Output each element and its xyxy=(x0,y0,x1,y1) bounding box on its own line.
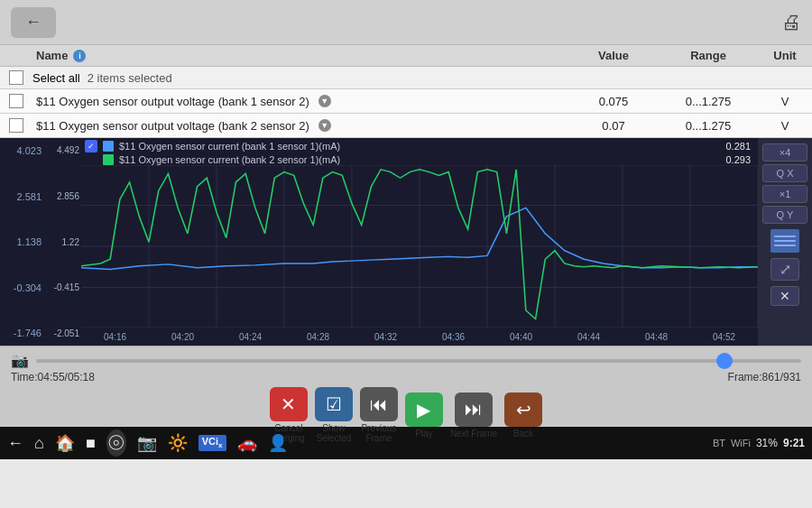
chart-controls: ×4 Q X ×1 Q Y ⤢ ✕ xyxy=(758,138,812,346)
slider-row: 📷 xyxy=(0,346,812,371)
row1-unit: V xyxy=(758,95,812,108)
col-unit: Unit xyxy=(758,49,812,62)
next-label: Next Frame xyxy=(450,429,497,439)
back-ctrl-label: Back xyxy=(513,429,533,439)
select-all-row: Select all 2 items selected xyxy=(0,67,812,89)
slider-thumb xyxy=(716,353,733,369)
chart-legend: ✓ $11 Oxygen sensor current (bank 1 sens… xyxy=(85,140,758,165)
row2-range: 0...1.275 xyxy=(659,119,758,133)
row2-info-icon[interactable]: ▼ xyxy=(318,119,331,132)
zoom-y-button[interactable]: Q Y xyxy=(762,206,807,224)
selected-count: 2 items selected xyxy=(88,71,172,85)
home-icon[interactable]: ⌂ xyxy=(34,434,44,453)
play-icon: ▶ xyxy=(405,393,443,427)
row1-checkbox[interactable] xyxy=(0,94,32,108)
next-frame-button[interactable]: ⏭ Next Frame xyxy=(450,393,497,439)
chart-lines-button[interactable] xyxy=(770,229,799,253)
table-row: $11 Oxygen sensor output voltage (bank 1… xyxy=(0,89,812,114)
select-all-checkbox[interactable] xyxy=(0,70,32,85)
prev-icon: ⏮ xyxy=(360,387,398,421)
camera-status-icon[interactable]: 📷 xyxy=(137,433,157,453)
home2-icon[interactable]: 🏠 xyxy=(55,433,75,453)
status-right: BT WiFi 31% 9:21 xyxy=(713,437,805,449)
brightness-icon[interactable]: 🔆 xyxy=(168,433,188,453)
col-value: Value xyxy=(568,49,659,62)
legend-row-2: $11 Oxygen sensor current (bank 2 sensor… xyxy=(85,154,758,165)
progress-slider[interactable] xyxy=(36,359,801,363)
status-nav-icons: ← ⌂ 🏠 ■ ⦾ 📷 🔆 VCix 🚗 👤 xyxy=(7,429,288,457)
next-icon: ⏭ xyxy=(455,393,493,427)
chart-section: 4.023 2.581 1.138 -0.304 -1.746 4.492 2.… xyxy=(0,138,812,346)
battery-level: 31% xyxy=(756,437,778,449)
select-all-label: Select all xyxy=(32,71,80,85)
show-selected-button[interactable]: ☑ ShowSelected xyxy=(315,387,353,443)
chart-close-button[interactable]: ✕ xyxy=(770,286,799,306)
col-name: Name i xyxy=(32,49,568,62)
play-button[interactable]: ▶ Play xyxy=(405,393,443,439)
back-ctrl-button[interactable]: ↩ Back xyxy=(504,393,542,439)
row2-checkbox[interactable] xyxy=(0,118,32,133)
legend-check-1[interactable]: ✓ xyxy=(85,140,97,152)
name-info-icon[interactable]: i xyxy=(73,50,86,62)
vci-badge: VCix xyxy=(198,435,226,450)
prev-label: PreviousFrame xyxy=(361,423,396,443)
chart-expand-button[interactable]: ⤢ xyxy=(770,258,799,281)
chart-svg xyxy=(81,165,758,328)
row2-unit: V xyxy=(758,119,812,133)
show-label: ShowSelected xyxy=(316,423,351,443)
row1-range: 0...1.275 xyxy=(659,95,758,108)
wifi-icon: WiFi xyxy=(731,438,751,448)
chart-y-axis: 4.023 2.581 1.138 -0.304 -1.746 xyxy=(0,138,45,346)
back-button[interactable]: ← xyxy=(11,7,56,38)
zoom-x-button[interactable]: Q X xyxy=(762,164,807,182)
row2-value: 0.07 xyxy=(568,119,659,133)
table-header: Name i Value Range Unit xyxy=(0,45,812,67)
zoom-x4-button[interactable]: ×4 xyxy=(762,143,807,162)
legend-row-1: ✓ $11 Oxygen sensor current (bank 1 sens… xyxy=(85,140,758,152)
legend-value-2: 0.293 xyxy=(725,154,751,165)
cancel-icon: ✕ xyxy=(270,387,308,421)
col-range: Range xyxy=(659,49,758,62)
clock: 9:21 xyxy=(783,437,805,449)
car-icon[interactable]: 🚗 xyxy=(237,433,257,453)
show-icon: ☑ xyxy=(315,387,353,421)
back-arrow-icon: ← xyxy=(25,13,42,32)
play-label: Play xyxy=(415,429,432,439)
row2-name: $11 Oxygen sensor output voltage (bank 2… xyxy=(32,119,568,133)
print-button[interactable]: 🖨 xyxy=(781,11,801,34)
table-row: $11 Oxygen sensor output voltage (bank 2… xyxy=(0,114,812,138)
legend-color-1 xyxy=(103,141,114,152)
zoom-x1-button[interactable]: ×1 xyxy=(762,185,807,203)
nav-back-icon[interactable]: ← xyxy=(7,434,23,453)
table-section: Name i Value Range Unit Select all 2 ite… xyxy=(0,45,812,138)
row1-name: $11 Oxygen sensor output voltage (bank 1… xyxy=(32,95,568,108)
chart-canvas: ✓ $11 Oxygen sensor current (bank 1 sens… xyxy=(81,138,758,346)
row1-value: 0.075 xyxy=(568,95,659,108)
square-icon[interactable]: ■ xyxy=(86,434,96,453)
camera-icon: 📷 xyxy=(11,352,29,369)
time-info-row: Time:04:55/05:18 Frame:861/931 xyxy=(0,371,812,383)
previous-frame-button[interactable]: ⏮ PreviousFrame xyxy=(360,387,398,443)
back-icon: ↩ xyxy=(504,393,542,427)
top-bar: ← 🖨 xyxy=(0,0,812,45)
legend-value-1: 0.281 xyxy=(725,141,751,152)
time-label: Time:04:55/05:18 xyxy=(11,371,95,383)
row1-info-icon[interactable]: ▼ xyxy=(318,95,331,107)
chart-y2-axis: 4.492 2.856 1.22 -0.415 -2.051 xyxy=(45,138,81,346)
chart-time-axis: 04:16 04:20 04:24 04:28 04:32 04:36 04:4… xyxy=(81,328,758,346)
legend-label-1: $11 Oxygen sensor current (bank 1 sensor… xyxy=(119,141,720,152)
bottom-bar: 📷 Time:04:55/05:18 Frame:861/931 ✕ Cance… xyxy=(0,346,812,427)
legend-color-2 xyxy=(103,154,114,165)
col-check xyxy=(0,49,32,62)
person-icon[interactable]: 👤 xyxy=(268,433,288,453)
legend-label-2: $11 Oxygen sensor current (bank 2 sensor… xyxy=(119,154,720,165)
frame-label: Frame:861/931 xyxy=(728,371,801,383)
circle-icon[interactable]: ⦾ xyxy=(106,429,126,457)
bt-icon: BT xyxy=(713,438,725,448)
